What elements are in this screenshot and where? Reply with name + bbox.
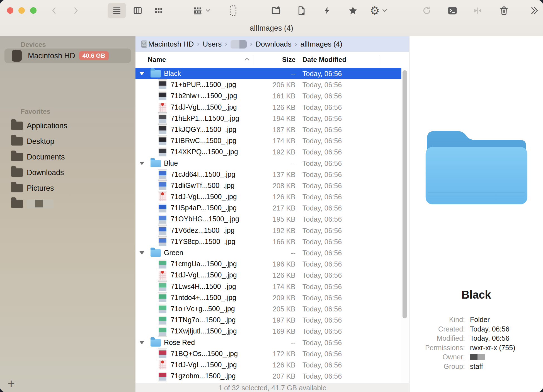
table-row[interactable]: 71+bPUP...1500_.jpg 206 KB Today, 06:56 — [135, 79, 401, 90]
sidebar-item-documents[interactable]: Documents — [0, 149, 135, 165]
toolbar-quick-actions-button[interactable] — [319, 3, 335, 18]
field-label: Owner: — [409, 353, 465, 361]
table-row[interactable]: 71cmgUa...1500_.jpg 196 KB Today, 06:56 — [135, 258, 401, 269]
table-row[interactable]: 71OYbHG...1500_.jpg 195 KB Today, 06:56 — [135, 213, 401, 224]
toolbar-list-view-button[interactable] — [108, 3, 126, 18]
toolbar-new-document-button[interactable] — [293, 3, 310, 18]
table-row[interactable]: 71dJ-VgL...1500_.jpg 126 KB Today, 06:56 — [135, 269, 401, 280]
table-row[interactable]: 71dliGwTf...500_.jpg 208 KB Today, 06:56 — [135, 180, 401, 191]
toolbar-favorite-button[interactable] — [344, 3, 362, 18]
sidebar-item-downloads[interactable]: Downloads — [0, 165, 135, 180]
image-thumbnail-icon — [158, 214, 167, 224]
toolbar-group-view-button[interactable] — [188, 3, 214, 18]
file-name: Blue — [164, 159, 178, 167]
folder-icon — [11, 122, 23, 130]
sidebar-item-desktop[interactable]: Desktop — [0, 134, 135, 149]
file-size: 192 KB — [273, 148, 295, 156]
toolbar-more-button[interactable] — [526, 3, 543, 18]
image-thumbnail-icon — [158, 113, 167, 124]
file-name: 71dJ-VgL...1500_.jpg — [171, 103, 237, 111]
table-row[interactable]: 71Lws4H...1500_.jpg 174 KB Today, 06:56 — [135, 281, 401, 292]
table-row[interactable]: 71YS8cp...1500_.jpg 166 KB Today, 06:56 — [135, 236, 401, 247]
disclosure-triangle-icon[interactable] — [139, 251, 144, 255]
sidebar-item-redacted[interactable] — [0, 196, 135, 212]
scrollbar-thumb[interactable] — [403, 70, 407, 318]
folder-icon — [151, 160, 161, 167]
toolbar-terminal-button[interactable] — [444, 3, 461, 18]
file-name: 714XKPQ...1500_.jpg — [171, 148, 238, 156]
file-date-modified: Today, 06:56 — [302, 193, 342, 201]
image-thumbnail-icon — [158, 79, 167, 90]
folder-icon — [11, 200, 23, 208]
disclosure-triangle-icon[interactable] — [139, 162, 144, 165]
toolbar-delete-button[interactable] — [496, 3, 512, 18]
image-thumbnail-icon — [158, 192, 167, 202]
image-thumbnail-icon — [158, 360, 167, 370]
breadcrumb-segment-redacted[interactable] — [231, 40, 247, 49]
toolbar-selection-button[interactable] — [225, 3, 241, 18]
table-row[interactable]: 71gzohm...1500_.jpg 207 KB Today, 06:56 — [135, 370, 401, 381]
table-row[interactable]: 71dJ-VgL...1500_.jpg 126 KB Today, 06:56 — [135, 191, 401, 202]
table-row[interactable]: 71TNg7o...1500_.jpg 197 KB Today, 06:56 — [135, 314, 401, 325]
file-date-modified: Today, 06:56 — [302, 126, 342, 134]
file-size: 161 KB — [273, 92, 295, 100]
file-name: 71V6dez...1500_.jpg — [171, 226, 234, 234]
column-name[interactable]: Name — [148, 56, 166, 64]
breadcrumb-segment[interactable]: Downloads — [256, 40, 292, 49]
sidebar-item-pictures[interactable]: Pictures — [0, 180, 135, 196]
table-row[interactable]: 71IBRwC...1500_.jpg 174 KB Today, 06:56 — [135, 135, 401, 146]
table-row[interactable]: 71cJd64I...1500_.jpg 137 KB Today, 06:56 — [135, 169, 401, 180]
breadcrumb-segment[interactable]: Users — [203, 40, 222, 49]
close-button[interactable] — [7, 7, 13, 14]
table-row[interactable]: Blue -- Today, 06:56 — [135, 158, 401, 169]
zoom-button[interactable] — [30, 7, 37, 14]
file-name: 71dJ-VgL...1500_.jpg — [171, 193, 237, 201]
toolbar-column-view-button[interactable] — [129, 3, 146, 18]
file-date-modified: Today, 06:56 — [302, 182, 342, 190]
file-size: -- — [291, 70, 295, 78]
preview-field-group: Group:staff — [409, 362, 543, 371]
toolbar-settings-button[interactable]: ⚙ — [366, 3, 391, 18]
file-name: 71ntdo4+...1500_.jpg — [171, 294, 236, 302]
image-thumbnail-icon — [158, 349, 167, 359]
table-row[interactable]: Rose Red -- Today, 06:56 — [135, 337, 401, 348]
table-row[interactable]: 71o+Vc+g...500_.jpg 205 KB Today, 06:56 — [135, 303, 401, 314]
disclosure-triangle-icon[interactable] — [139, 341, 144, 344]
table-row[interactable]: 71hEkP1...L1500_.jpg 194 KB Today, 06:56 — [135, 113, 401, 124]
table-row[interactable]: 71dJ-VgL...1500_.jpg 126 KB Today, 06:56 — [135, 359, 401, 370]
column-size[interactable]: Size — [262, 56, 295, 64]
table-row[interactable]: 71dJ-VgL...1500_.jpg 126 KB Today, 06:56 — [135, 101, 401, 113]
table-row[interactable]: 71V6dez...1500_.jpg 192 KB Today, 06:56 — [135, 225, 401, 236]
file-name: 71IBRwC...1500_.jpg — [171, 137, 236, 145]
sidebar-item-applications[interactable]: Applications — [0, 118, 135, 134]
file-name: 71hEkP1...L1500_.jpg — [171, 114, 239, 122]
file-date-modified: Today, 06:56 — [302, 148, 342, 156]
file-date-modified: Today, 06:56 — [302, 227, 342, 235]
breadcrumb-segment[interactable]: Macintosh HD — [148, 40, 194, 49]
table-row[interactable]: 71BQ+Os...1500_.jpg 172 KB Today, 06:56 — [135, 348, 401, 359]
column-date-modified[interactable]: Date Modified — [302, 56, 346, 64]
table-row[interactable]: 71b2nlw+...1500_.jpg 161 KB Today, 06:56 — [135, 90, 401, 101]
toolbar-icon-view-button[interactable] — [150, 3, 167, 18]
table-row[interactable]: 71ISp4aP...1500_.jpg 217 KB Today, 06:56 — [135, 202, 401, 213]
breadcrumb-segment[interactable]: allImages (4) — [300, 40, 342, 49]
table-row[interactable]: 71XwjIjutl...1500_.jpg 169 KB Today, 06:… — [135, 325, 401, 337]
minimize-button[interactable] — [18, 7, 25, 14]
table-row[interactable]: 714XKPQ...1500_.jpg 192 KB Today, 06:56 — [135, 146, 401, 157]
file-name: 71BQ+Os...1500_.jpg — [171, 350, 238, 358]
file-size: 172 KB — [273, 350, 295, 358]
preview-field-owner: Owner: — [409, 352, 543, 362]
sidebar-item-macintosh-hd[interactable]: Macintosh HD 40.6 GB — [4, 49, 131, 63]
file-size: 207 KB — [273, 372, 295, 380]
table-row[interactable]: 71ntdo4+...1500_.jpg 209 KB Today, 06:56 — [135, 292, 401, 303]
file-date-modified: Today, 06:56 — [302, 238, 342, 246]
table-row[interactable]: Black -- Today, 06:56 — [135, 68, 401, 79]
file-size: 174 KB — [273, 283, 295, 291]
disclosure-triangle-icon[interactable] — [139, 72, 144, 75]
add-button[interactable]: + — [6, 379, 17, 390]
table-row[interactable]: Green -- Today, 06:56 — [135, 247, 401, 258]
file-size: -- — [291, 339, 295, 347]
toolbar-new-folder-button[interactable] — [266, 3, 286, 18]
table-row[interactable]: 71kJQGY...1500_.jpg 187 KB Today, 06:56 — [135, 124, 401, 135]
field-label: Modified: — [409, 334, 465, 342]
